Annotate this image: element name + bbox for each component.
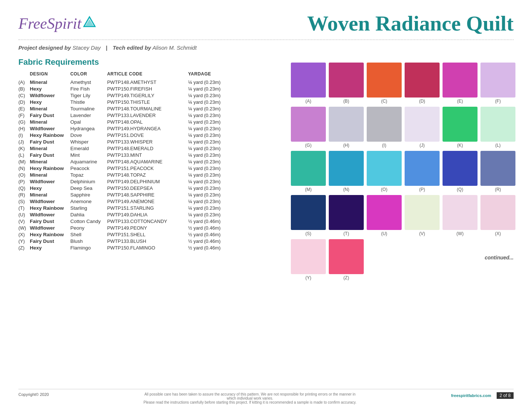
- swatch-box: [291, 151, 326, 186]
- row-article: PWTP149.DELPHINIUM: [107, 178, 188, 185]
- row-design: Hexy: [30, 99, 70, 105]
- table-row: (S) Wildflower Anemone PWTP149.ANEMONE ¼…: [18, 198, 236, 205]
- row-color: Tiger Lily: [70, 92, 107, 99]
- row-article: PWTP148.SAPPHIRE: [107, 191, 188, 198]
- swatch-box: [367, 63, 402, 98]
- swatch-box: [405, 107, 440, 142]
- row-letter: (U): [18, 211, 30, 218]
- swatch-item: (F): [480, 63, 515, 104]
- table-row: (Z) Hexy Flamingo PWTP150.FLAMINGO ½ yar…: [18, 244, 236, 251]
- swatch-box: [291, 107, 326, 142]
- row-color: Tourmaline: [70, 105, 107, 112]
- row-article: PWTP150.FIREFISH: [107, 85, 188, 92]
- swatch-item: (W): [443, 195, 478, 236]
- swatch-box: [291, 195, 326, 230]
- row-letter: (V): [18, 218, 30, 224]
- row-design: Mineral: [30, 145, 70, 152]
- row-yardage: ¼ yard (0.23m): [188, 211, 236, 218]
- swatch-row: (S) (T) (U) (V) (W) (X): [291, 195, 515, 236]
- table-row: (P) Wildflower Delphinium PWTP149.DELPHI…: [18, 178, 236, 185]
- table-row: (H) Wildflower Hydrangea PWTP149.HYDRANG…: [18, 125, 236, 132]
- col-header-yardage: YARDAGE: [188, 71, 236, 79]
- swatch-label: (F): [495, 99, 501, 104]
- row-design: Hexy Rainbow: [30, 165, 70, 171]
- swatch-item: (H): [329, 107, 364, 148]
- swatch-item: (C): [367, 63, 402, 104]
- swatch-label: (L): [495, 143, 501, 148]
- swatch-item: (J): [405, 107, 440, 148]
- swatch-box: [405, 63, 440, 98]
- row-letter: (H): [18, 125, 30, 132]
- row-yardage: ¼ yard (0.23m): [188, 191, 236, 198]
- swatch-label: (P): [419, 187, 425, 192]
- row-design: Wildflower: [30, 92, 70, 99]
- swatch-label: (R): [495, 187, 501, 192]
- swatch-box: [329, 107, 364, 142]
- row-design: Hexy: [30, 244, 70, 251]
- swatch-item: (E): [443, 63, 478, 104]
- row-article: PWTP150.FLAMINGO: [107, 244, 188, 251]
- row-color: Cotton Candy: [70, 218, 107, 224]
- row-yardage: ¼ yard (0.23m): [188, 165, 236, 171]
- table-row: (Y) Fairy Dust Blush PWTP133.BLUSH ½ yar…: [18, 238, 236, 244]
- row-color: Opal: [70, 118, 107, 125]
- row-design: Mineral: [30, 118, 70, 125]
- table-row: (Q) Hexy Deep Sea PWTP150.DEEPSEA ¼ yard…: [18, 185, 236, 191]
- swatch-box: [329, 195, 364, 230]
- row-color: Mint: [70, 152, 107, 158]
- row-yardage: ¼ yard (0.23m): [188, 99, 236, 105]
- row-design: Wildflower: [30, 198, 70, 205]
- swatch-item: (I): [367, 107, 402, 148]
- table-row: (M) Mineral Aquamarine PWTP148.AQUAMARIN…: [18, 158, 236, 165]
- row-design: Mineral: [30, 79, 70, 85]
- row-letter: (Y): [18, 238, 30, 244]
- row-letter: (D): [18, 99, 30, 105]
- row-letter: (L): [18, 152, 30, 158]
- row-color: Dove: [70, 132, 107, 138]
- row-design: Fairy Dust: [30, 152, 70, 158]
- row-article: PWTP133.LAVENDER: [107, 112, 188, 118]
- row-letter: (Q): [18, 185, 30, 191]
- swatch-label: (U): [381, 231, 387, 236]
- swatch-label: (C): [381, 99, 387, 104]
- row-article: PWTP149.TIGERLILY: [107, 92, 188, 99]
- row-color: Dahlia: [70, 211, 107, 218]
- table-row: (O) Mineral Topaz PWTP148.TOPAZ ¼ yard (…: [18, 171, 236, 178]
- row-color: Flamingo: [70, 244, 107, 251]
- swatch-item: (G): [291, 107, 326, 148]
- row-design: Hexy: [30, 185, 70, 191]
- table-row: (W) Wildflower Peony PWTP149.PEONY ½ yar…: [18, 224, 236, 231]
- table-row: (B) Hexy Fire Fish PWTP150.FIREFISH ¼ ya…: [18, 85, 236, 92]
- row-article: PWTP151.SHELL: [107, 231, 188, 238]
- row-letter: (O): [18, 171, 30, 178]
- swatch-box: [480, 107, 515, 142]
- row-design: Hexy Rainbow: [30, 205, 70, 211]
- swatch-label: (V): [419, 231, 425, 236]
- row-article: PWTP133.WHISPER: [107, 138, 188, 145]
- swatch-box: [443, 151, 478, 186]
- swatch-label: (Y): [306, 275, 311, 280]
- table-row: (F) Fairy Dust Lavender PWTP133.LAVENDER…: [18, 112, 236, 118]
- swatch-box: [367, 151, 402, 186]
- swatch-item: (O): [367, 151, 402, 192]
- row-design: Wildflower: [30, 125, 70, 132]
- row-letter: (S): [18, 198, 30, 205]
- row-letter: (C): [18, 92, 30, 99]
- swatch-box: [480, 195, 515, 230]
- row-yardage: ¼ yard (0.23m): [188, 185, 236, 191]
- subtitle: Project designed by Stacey Day | Tech ed…: [18, 45, 514, 51]
- row-letter: (P): [18, 178, 30, 185]
- swatch-item: (T): [329, 195, 364, 236]
- row-letter: (E): [18, 105, 30, 112]
- designer-name: Stacey Day: [73, 45, 101, 51]
- row-article: PWTP151.DOVE: [107, 132, 188, 138]
- swatch-label: (N): [343, 187, 349, 192]
- row-article: PWTP148.TOPAZ: [107, 171, 188, 178]
- row-color: Hydrangea: [70, 125, 107, 132]
- row-yardage: ¼ yard (0.23m): [188, 198, 236, 205]
- row-design: Hexy Rainbow: [30, 231, 70, 238]
- col-header-article: ARTICLE CODE: [107, 71, 188, 79]
- swatch-label: (Q): [457, 187, 463, 192]
- row-color: Amethyst: [70, 79, 107, 85]
- row-color: Sapphire: [70, 191, 107, 198]
